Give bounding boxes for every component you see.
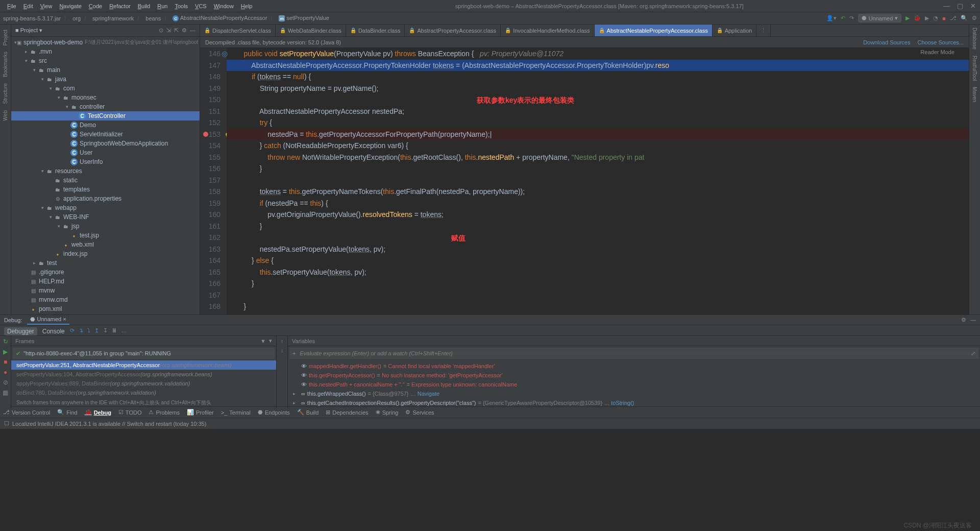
code-line[interactable]: nestedPa.setPropertyValue(tokens, pv); [236, 244, 969, 255]
add-watch-icon[interactable]: + [292, 350, 296, 356]
evaluate-input[interactable]: +Evaluate expression (Enter) or add a wa… [289, 348, 978, 359]
frame-row[interactable]: applyPropertyValues:889, DataBinder (org… [11, 379, 276, 388]
code-line[interactable]: } else { [236, 255, 969, 267]
editor-tab[interactable]: 🔒WebDataBinder.class [276, 25, 346, 36]
tree-node[interactable]: CTestController [11, 111, 200, 120]
menu-code[interactable]: Code [86, 2, 105, 10]
tree-node[interactable]: ▾🖿WEB-INF [11, 212, 200, 222]
crumb[interactable]: spring-beans-5.3.17.jar [3, 15, 61, 21]
tree-node[interactable]: ⚙application.properties [11, 194, 200, 203]
code-line[interactable]: tokens = this.getPropertyNameTokens(this… [236, 186, 969, 198]
breakpoints-icon[interactable]: ● [4, 369, 7, 376]
watch-row[interactable]: 👁this.nestedPath + canonicalName + "." =… [288, 380, 980, 389]
tabs-more[interactable]: ⋮ [756, 25, 771, 36]
crumb[interactable]: org [72, 15, 81, 21]
menu-edit[interactable]: Edit [20, 2, 36, 10]
code-line[interactable]: if (nestedPa == this) { [236, 198, 969, 209]
download-sources-link[interactable]: Download Sources [863, 39, 910, 45]
run-to-cursor-icon[interactable]: ↧ [103, 327, 108, 334]
bottom-tool-dependencies[interactable]: ⊞Dependencies [326, 409, 368, 416]
editor-tab[interactable]: 🔒AbstractNestablePropertyAccessor.class [595, 25, 713, 36]
step-out-icon[interactable]: ↥ [94, 327, 99, 334]
crumb[interactable]: C AbstractNestablePropertyAccessor [173, 15, 267, 22]
coverage-icon[interactable]: ▶̣ [925, 15, 929, 21]
force-step-icon[interactable]: ⤵ [87, 327, 90, 333]
bottom-tool-find[interactable]: 🔍Find [57, 409, 77, 416]
code-line[interactable]: public void setPropertyValue(PropertyVal… [236, 48, 969, 60]
filter-icon[interactable]: ▼ [260, 338, 266, 344]
tree-node[interactable]: CSpringbootWebDemoApplication [11, 139, 200, 148]
close-icon[interactable]: ✕ [970, 2, 976, 10]
tree-node[interactable]: 🖿static [11, 176, 200, 185]
resume-icon[interactable]: ▶ [3, 348, 8, 355]
run-config-selector[interactable]: ⬣ Unnamed ▾ [858, 14, 902, 22]
code-line[interactable]: nestedPa = this.getPropertyAccessorForPr… [227, 129, 969, 140]
step-into-icon[interactable]: ↴ [79, 327, 83, 334]
code-line[interactable]: this.setPropertyValue(tokens, pv); [236, 267, 969, 278]
editor-tab[interactable]: 🔒DispatcherServlet.class [200, 25, 276, 36]
menu-navigate[interactable]: Navigate [56, 2, 84, 10]
tool-structure[interactable]: Structure [3, 80, 8, 107]
debug-config-tab[interactable]: ⬣ Unnamed × [27, 315, 69, 325]
tree-node[interactable]: ▤.gitignore [11, 268, 200, 277]
user-icon[interactable]: 👤▾ [826, 15, 837, 21]
nav-fwd-icon[interactable]: ↷ [849, 15, 854, 21]
layout-icon[interactable]: ▦ [3, 389, 8, 396]
trace-icon[interactable]: … [121, 327, 127, 333]
menu-tools[interactable]: Tools [172, 2, 191, 10]
code-line[interactable]: try { [236, 117, 969, 129]
code-line[interactable]: } [236, 221, 969, 232]
tree-node[interactable]: ⬧web.xml [11, 240, 200, 249]
tree-node[interactable]: ▸⊞External Libraries [11, 313, 200, 315]
settings-icon[interactable]: ⚙ [182, 27, 187, 34]
code-line[interactable]: } [236, 163, 969, 175]
tree-node[interactable]: ▾🖿com [11, 84, 200, 93]
tree-node[interactable]: ⬧pom.xml [11, 304, 200, 313]
tree-node[interactable]: ▤mvnw.cmd [11, 295, 200, 304]
code-line[interactable]: pv.getOriginalPropertyValue().resolvedTo… [236, 209, 969, 221]
watch-row[interactable]: 👁this.getPropertyAccessor() = No such in… [288, 371, 980, 380]
frame-row[interactable]: setPropertyValues:104, AbstractPropertyA… [11, 370, 276, 379]
breadcrumb[interactable]: spring-beans-5.3.17.jar〉org〉springframew… [3, 14, 329, 22]
line-gutter[interactable]: 146 ◎147148149150151152153💡1541551561571… [200, 48, 227, 315]
tree-node[interactable]: CUser [11, 148, 200, 157]
choose-sources-link[interactable]: Choose Sources... [918, 39, 964, 45]
next-icon[interactable]: ↓ [281, 347, 284, 353]
menu-refactor[interactable]: Refactor [106, 2, 134, 10]
reader-mode-label[interactable]: Reader Mode [920, 49, 954, 55]
tree-node[interactable]: 🖿templates [11, 185, 200, 194]
editor-tab[interactable]: 🔒Application [713, 25, 757, 36]
tool-maven[interactable]: Maven [972, 84, 977, 105]
tree-node[interactable]: ▾🖿java [11, 75, 200, 84]
bottom-tool-todo[interactable]: ☑TODO [118, 409, 142, 416]
code-line[interactable] [236, 94, 969, 106]
bottom-tool-services[interactable]: ⚙Services [405, 409, 434, 416]
tool-web[interactable]: Web [3, 107, 8, 124]
tree-node[interactable]: ▾🖿moonsec [11, 93, 200, 102]
dropdown-icon[interactable]: ▾ [269, 337, 272, 344]
prev-icon[interactable]: ↑ [281, 338, 284, 344]
status-indicator-icon[interactable]: ☐ [4, 420, 9, 427]
watch-row[interactable]: ▸∞this.getCachedIntrospectionResults().g… [288, 398, 980, 407]
menu-run[interactable]: Run [154, 2, 170, 10]
project-tree[interactable]: ▾▣springboot-web-demoF:\缝月\2021\java安全\j… [11, 37, 200, 315]
code-line[interactable] [236, 175, 969, 186]
menu-file[interactable]: File [4, 2, 19, 10]
tree-node[interactable]: ▾🖿main [11, 65, 200, 75]
tree-node[interactable]: ⬧test.jsp [11, 231, 200, 240]
frame-row[interactable]: setPropertyValue:251, AbstractNestablePr… [11, 360, 276, 370]
stop-icon[interactable]: ■ [942, 15, 946, 21]
maximize-icon[interactable]: ▢ [957, 2, 963, 10]
tool-database[interactable]: Database [972, 25, 977, 53]
minimize-icon[interactable]: — [943, 2, 950, 10]
debug-settings-icon[interactable]: ⚙ [961, 317, 966, 323]
menu-vcs[interactable]: VCS [192, 2, 210, 10]
watch-link[interactable]: Navigate [418, 391, 439, 397]
bottom-tool-profiler[interactable]: 📊Profiler [187, 409, 214, 416]
code-line[interactable]: if (tokens == null) { [236, 71, 969, 83]
frames-list[interactable]: setPropertyValue:251, AbstractNestablePr… [11, 360, 276, 397]
collapse-icon[interactable]: ⇱ [174, 27, 179, 34]
git-icon[interactable]: ⎇ [950, 15, 957, 21]
menu-help[interactable]: Help [238, 2, 256, 10]
bottom-tool-terminal[interactable]: >_Terminal [221, 409, 251, 416]
